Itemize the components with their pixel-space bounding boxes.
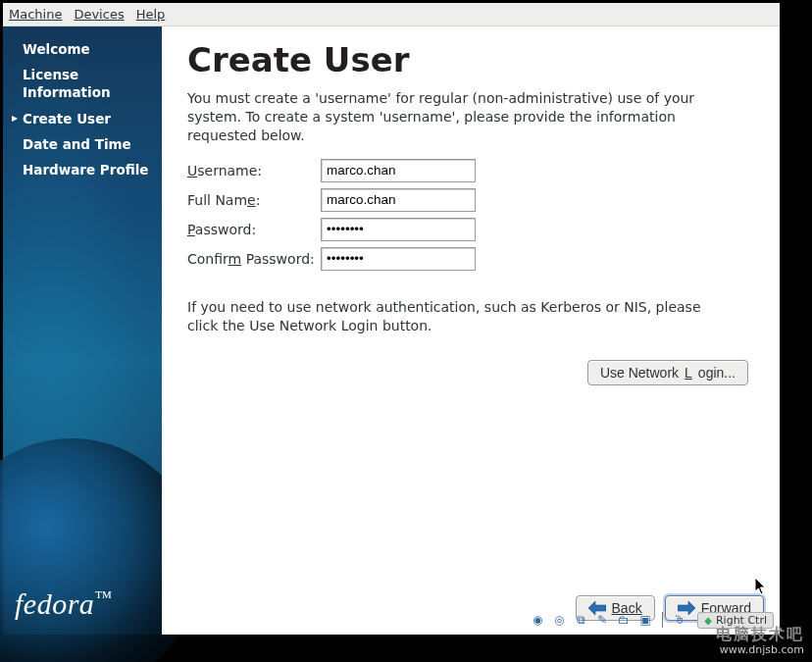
password-input[interactable] (321, 218, 476, 241)
use-network-login-button[interactable]: Use Network Login... (587, 360, 748, 385)
usb-icon[interactable]: ✎ (594, 612, 610, 628)
mouse-integration-icon[interactable]: 🖰 (672, 612, 687, 628)
username-label: Username: (187, 163, 317, 178)
display-icon[interactable]: ▣ (637, 612, 653, 628)
sidebar-item-hardware[interactable]: Hardware Profile (13, 157, 152, 182)
fullname-input[interactable] (321, 188, 476, 212)
page-title: Create User (187, 40, 754, 79)
username-input[interactable] (321, 159, 476, 182)
sidebar-item-welcome[interactable]: Welcome (13, 36, 152, 62)
menu-machine[interactable]: Machine (9, 7, 62, 22)
fedora-logo: fedora™ (15, 587, 112, 621)
host-key-indicator[interactable]: ◆ Right Ctrl (697, 612, 774, 629)
sidebar: Welcome License Information Create User … (3, 26, 162, 635)
network-icon[interactable]: ⧉ (573, 612, 588, 628)
hint-text: If you need to use network authenticatio… (187, 298, 717, 335)
fullname-label: Full Name: (187, 192, 317, 208)
diamond-icon: ◆ (704, 615, 712, 626)
menu-devices[interactable]: Devices (74, 7, 124, 22)
confirm-label: Confirm Password: (187, 251, 317, 267)
password-label: Password: (187, 222, 317, 237)
sidebar-item-create-user[interactable]: Create User (13, 106, 152, 131)
statusbar: ◉ ◎ ⧉ ✎ 🗀 ▣ 🖰 ◆ Right Ctrl (530, 609, 774, 631)
menubar: Machine Devices Help (3, 3, 780, 26)
disk-icon[interactable]: ◉ (530, 612, 545, 628)
menu-help[interactable]: Help (136, 7, 166, 22)
main-panel: Create User You must create a 'username'… (162, 26, 780, 635)
intro-text: You must create a 'username' for regular… (187, 89, 717, 145)
create-user-form: Username: Full Name: Password: Confirm P… (187, 159, 754, 271)
shared-folder-icon[interactable]: 🗀 (616, 612, 632, 628)
optical-icon[interactable]: ◎ (551, 612, 567, 628)
confirm-input[interactable] (321, 247, 476, 271)
sidebar-item-date-time[interactable]: Date and Time (13, 131, 152, 157)
sidebar-item-license[interactable]: License Information (13, 62, 152, 105)
